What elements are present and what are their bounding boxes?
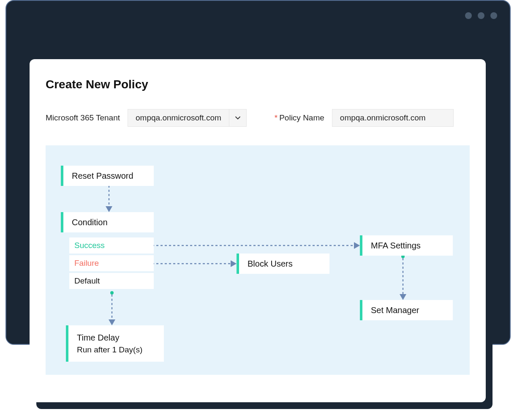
svg-marker-7 [354, 242, 360, 249]
window-dot-icon [478, 12, 484, 19]
time-delay-title: Time Delay [68, 333, 128, 343]
browser-titlebar [6, 1, 510, 31]
node-time-delay[interactable]: Time Delay Run after 1 Day(s) [66, 325, 164, 362]
node-label: MFA Settings [362, 241, 429, 251]
tenant-label: Microsoft 365 Tenant [46, 113, 120, 123]
window-dot-icon [490, 12, 497, 19]
node-label: Block Users [239, 259, 301, 269]
policy-card: Create New Policy Microsoft 365 Tenant o… [30, 59, 486, 402]
branch-label: Success [74, 241, 105, 250]
svg-marker-10 [400, 294, 406, 300]
chevron-down-icon[interactable] [229, 109, 246, 126]
branch-failure[interactable]: Failure [69, 255, 154, 271]
svg-marker-1 [106, 206, 112, 212]
time-delay-sub: Run after 1 Day(s) [68, 345, 151, 355]
policy-name-label-text: Policy Name [279, 113, 324, 122]
node-label: Reset Password [63, 171, 142, 181]
node-label: Set Manager [362, 305, 428, 315]
branch-label: Failure [74, 259, 99, 268]
form-row: Microsoft 365 Tenant ompqa.onmicrosoft.c… [46, 109, 470, 127]
node-mfa-settings[interactable]: MFA Settings [360, 235, 453, 256]
stage: Create New Policy Microsoft 365 Tenant o… [0, 0, 517, 420]
node-set-manager[interactable]: Set Manager [360, 300, 453, 320]
branch-success[interactable]: Success [69, 237, 154, 254]
window-dot-icon [465, 12, 472, 19]
node-condition[interactable]: Condition [61, 212, 154, 232]
svg-point-2 [110, 291, 114, 295]
svg-marker-13 [231, 260, 237, 267]
tenant-select[interactable]: ompqa.onmicrosoft.com [128, 109, 247, 127]
page-title: Create New Policy [46, 78, 470, 91]
branch-default[interactable]: Default [69, 273, 154, 289]
policy-name-label: *Policy Name [275, 113, 324, 123]
branch-label: Default [74, 276, 100, 286]
tenant-select-value: ompqa.onmicrosoft.com [128, 109, 229, 126]
node-reset-password[interactable]: Reset Password [61, 166, 154, 186]
node-block-users[interactable]: Block Users [237, 254, 329, 274]
svg-marker-4 [109, 319, 115, 325]
policy-name-input[interactable]: ompqa.onmicrosoft.com [332, 109, 454, 127]
node-label: Condition [63, 218, 116, 227]
flow-canvas: Reset Password Condition Success Failure… [46, 145, 470, 375]
